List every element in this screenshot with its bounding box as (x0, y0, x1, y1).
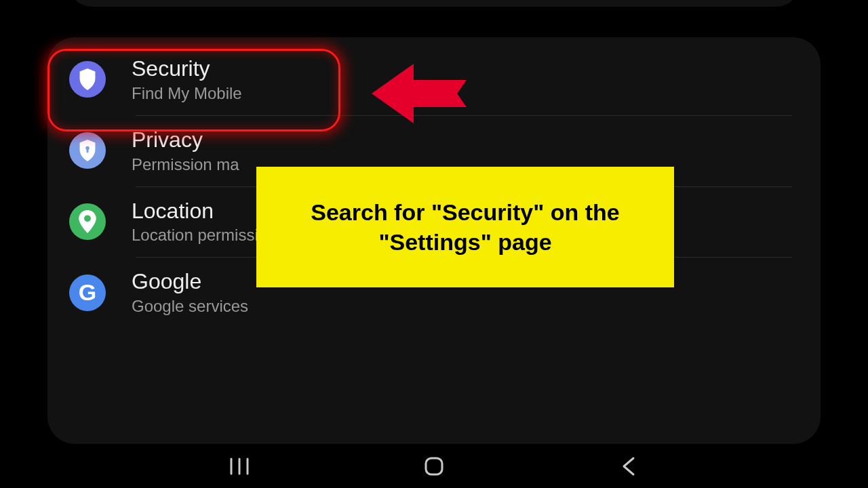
google-g-icon: G (69, 274, 106, 311)
android-nav-bar (0, 445, 868, 488)
settings-item-subtitle: Google services (132, 297, 248, 316)
settings-item-title: Security (132, 56, 242, 81)
svg-rect-1 (87, 149, 89, 153)
settings-item-subtitle: Find My Mobile (132, 84, 242, 103)
svg-rect-7 (426, 458, 442, 474)
panel-fragment-top (68, 0, 800, 7)
nav-recents-button[interactable] (219, 453, 260, 480)
nav-back-button[interactable] (608, 453, 649, 480)
settings-item-title: Privacy (132, 127, 239, 152)
pin-icon (69, 203, 106, 240)
shield-icon (69, 61, 106, 98)
settings-item-security[interactable]: Security Find My Mobile (47, 44, 821, 115)
callout-annotation: Search for "Security" on the "Settings" … (256, 167, 674, 287)
settings-item-subtitle: Permission ma (132, 155, 239, 174)
shield-lock-icon (69, 132, 106, 169)
svg-point-2 (84, 215, 91, 222)
nav-home-button[interactable] (414, 453, 454, 480)
settings-item-title: Google (132, 269, 248, 294)
